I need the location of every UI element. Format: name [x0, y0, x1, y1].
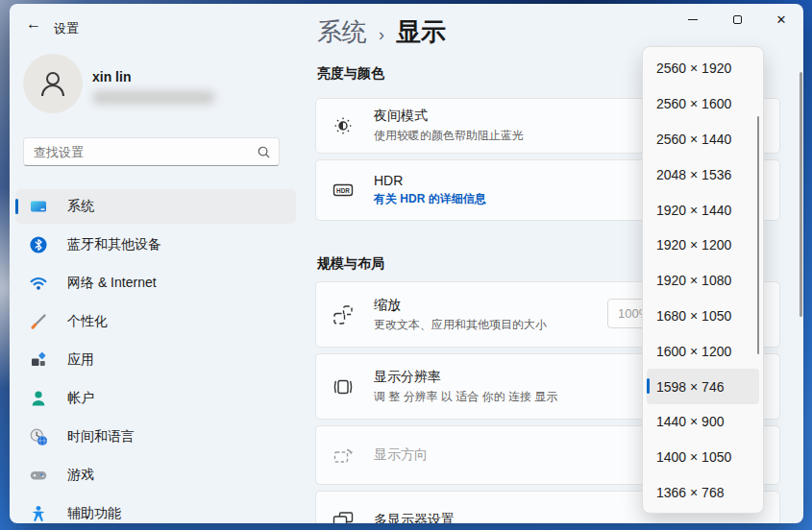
gaming-icon [29, 466, 48, 485]
resolution-option[interactable]: 1680 × 1050 [647, 299, 759, 334]
scale-title: 缩放 [374, 297, 547, 314]
svg-text:HDR: HDR [336, 187, 350, 194]
sidebar-item-accessibility[interactable]: 辅助功能 [15, 496, 296, 523]
resolution-option[interactable]: 1920 × 1200 [647, 228, 759, 263]
resolution-title: 显示分辨率 [374, 369, 557, 386]
search-icon [257, 145, 271, 159]
resolution-option-selected[interactable]: 1598 × 746 [647, 369, 759, 404]
sidebar-item-label: 游戏 [67, 467, 94, 484]
minimize-icon [688, 19, 698, 20]
resolution-option[interactable]: 1400 × 1050 [647, 440, 759, 475]
hdr-info-link[interactable]: 有关 HDR 的详细信息 [374, 191, 486, 207]
minimize-button[interactable] [671, 4, 715, 35]
selection-accent-bar [647, 378, 650, 394]
sidebar-item-label: 系统 [67, 198, 94, 215]
search-input[interactable] [34, 145, 257, 159]
night-light-title: 夜间模式 [374, 108, 524, 125]
sidebar-item-gaming[interactable]: 游戏 [15, 458, 296, 493]
maximize-icon [733, 15, 742, 24]
network-icon [29, 274, 48, 293]
scale-icon [332, 303, 355, 326]
accessibility-icon [29, 504, 48, 523]
sidebar-item-label: 帐户 [67, 390, 94, 407]
sidebar-item-apps[interactable]: 应用 [15, 343, 296, 377]
resolution-option[interactable]: 1600 × 1200 [647, 333, 759, 369]
sidebar-item-accounts[interactable]: 帐户 [15, 381, 296, 416]
sidebar-item-label: 网络 & Internet [67, 275, 157, 292]
sidebar-item-time-language[interactable]: 时间和语言 [15, 420, 296, 454]
user-email-redacted [92, 90, 215, 105]
settings-window: ← 设置 ✕ xin lin 系统 [10, 4, 803, 523]
sidebar-item-label: 时间和语言 [67, 428, 135, 446]
close-icon: ✕ [776, 13, 787, 26]
section-scale-layout: 规模与布局 [317, 255, 384, 273]
resolution-option[interactable]: 1920 × 1080 [647, 263, 759, 299]
avatar [23, 54, 83, 113]
sidebar-item-label: 辅助功能 [67, 505, 121, 522]
resolution-subtitle: 调 整 分辨率 以 适合 你的 连接 显示 [374, 389, 557, 405]
resolution-option[interactable]: 2560 × 1440 [647, 122, 759, 157]
bluetooth-icon [29, 235, 48, 254]
section-brightness-color: 亮度与颜色 [317, 65, 384, 83]
multi-display-title: 多显示器设置 [374, 512, 455, 523]
breadcrumb-separator-icon: › [379, 25, 384, 45]
close-button[interactable]: ✕ [759, 4, 803, 35]
dropdown-scrollbar[interactable] [757, 116, 759, 354]
time-language-icon [29, 427, 48, 446]
accounts-icon [29, 389, 48, 408]
selection-accent-bar [15, 199, 18, 214]
sidebar-item-label: 个性化 [67, 313, 108, 330]
apps-icon [29, 350, 48, 370]
page-title: 显示 [396, 15, 446, 49]
system-icon [29, 197, 48, 216]
window-controls: ✕ [671, 4, 803, 35]
sidebar-item-label: 应用 [67, 351, 94, 369]
night-light-subtitle: 使用较暖的颜色帮助阻止蓝光 [374, 128, 524, 144]
person-icon [37, 67, 69, 100]
resolution-icon [332, 375, 355, 398]
back-button[interactable]: ← [19, 12, 48, 36]
sidebar-item-label: 蓝牙和其他设备 [67, 236, 161, 253]
resolution-dropdown: 2560 × 1920 2560 × 1600 2560 × 1440 2048… [642, 46, 764, 514]
sidebar-nav: 系统 蓝牙和其他设备 网络 & Internet 个 [15, 189, 296, 523]
page-scrollbar[interactable] [800, 72, 802, 317]
resolution-option[interactable]: 2560 × 1920 [647, 51, 759, 86]
sidebar-item-bluetooth[interactable]: 蓝牙和其他设备 [15, 228, 296, 262]
sidebar-item-network[interactable]: 网络 & Internet [15, 266, 296, 301]
window-title: 设置 [54, 20, 79, 37]
scale-subtitle: 更改文本、应用和其他项目的大小 [374, 317, 547, 333]
orientation-title: 显示方向 [374, 446, 428, 464]
maximize-button[interactable] [715, 4, 759, 35]
sidebar-item-system[interactable]: 系统 [15, 189, 296, 224]
personalization-icon [29, 312, 48, 331]
sidebar-item-personalization[interactable]: 个性化 [15, 304, 296, 339]
resolution-option[interactable]: 2560 × 1600 [647, 86, 759, 122]
resolution-option[interactable]: 1920 × 1440 [647, 192, 759, 228]
hdr-icon: HDR [332, 179, 355, 202]
resolution-option[interactable]: 2048 × 1536 [647, 157, 759, 192]
resolution-option[interactable]: 1440 × 900 [647, 404, 759, 440]
night-light-icon [332, 114, 355, 137]
orientation-icon [332, 444, 355, 467]
hdr-title: HDR [374, 173, 486, 188]
multi-display-icon [332, 509, 355, 523]
back-arrow-icon: ← [26, 15, 41, 33]
resolution-option[interactable]: 1366 × 768 [647, 475, 759, 511]
search-box [23, 137, 280, 166]
breadcrumb-parent[interactable]: 系统 [317, 15, 367, 49]
breadcrumb: 系统 › 显示 [317, 15, 446, 49]
user-name: xin lin [92, 69, 131, 84]
